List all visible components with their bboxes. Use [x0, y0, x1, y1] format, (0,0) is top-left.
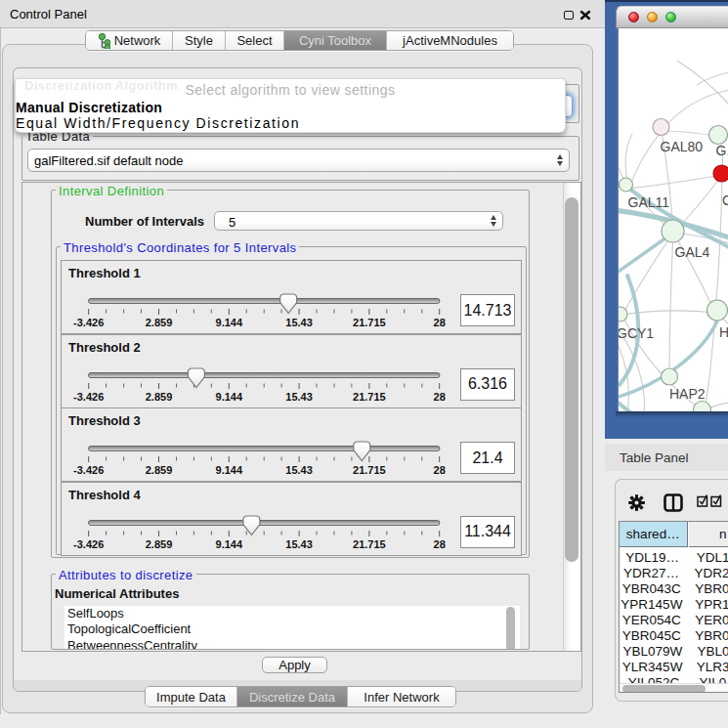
- svg-text:28: 28: [434, 390, 446, 402]
- svg-text:21.715: 21.715: [353, 390, 386, 402]
- svg-text:G.: G.: [716, 142, 728, 157]
- svg-text:-3.426: -3.426: [73, 317, 104, 328]
- svg-text:2.859: 2.859: [146, 464, 173, 476]
- svg-text:GAL80: GAL80: [661, 138, 704, 153]
- svg-text:9.144: 9.144: [216, 390, 243, 402]
- svg-text:21.715: 21.715: [353, 317, 386, 328]
- svg-text:28: 28: [434, 464, 446, 476]
- svg-text:9.144: 9.144: [216, 464, 243, 476]
- svg-text:2.859: 2.859: [146, 537, 173, 549]
- svg-text:-3.426: -3.426: [73, 464, 104, 476]
- svg-text:21.715: 21.715: [353, 537, 386, 549]
- svg-text:GAL11: GAL11: [628, 194, 670, 210]
- svg-text:15.43: 15.43: [285, 390, 313, 402]
- svg-text:15.43: 15.43: [285, 537, 313, 549]
- svg-text:9.144: 9.144: [216, 317, 243, 328]
- svg-text:28: 28: [434, 317, 446, 328]
- svg-text:HAP2: HAP2: [669, 385, 706, 401]
- svg-text:21.715: 21.715: [353, 464, 386, 476]
- svg-text:H: H: [719, 323, 728, 339]
- svg-text:15.43: 15.43: [285, 317, 313, 328]
- svg-text:28: 28: [434, 537, 446, 549]
- svg-text:GAL4: GAL4: [675, 243, 710, 259]
- svg-text:2.859: 2.859: [146, 317, 173, 328]
- svg-text:2.859: 2.859: [146, 390, 173, 402]
- svg-text:-3.426: -3.426: [73, 537, 104, 549]
- svg-text:C: C: [722, 192, 728, 207]
- svg-text:15.43: 15.43: [285, 464, 313, 476]
- svg-text:9.144: 9.144: [216, 537, 243, 549]
- svg-text:GCY1: GCY1: [619, 324, 654, 340]
- svg-text:-3.426: -3.426: [73, 390, 104, 402]
